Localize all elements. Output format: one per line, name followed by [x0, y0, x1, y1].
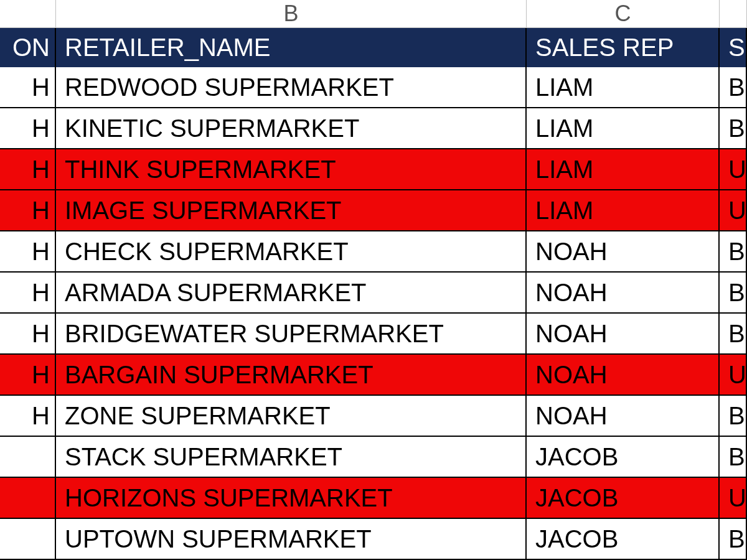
- cell-region[interactable]: H: [0, 67, 56, 108]
- table-row: HREDWOOD SUPERMARKETLIAMB: [0, 67, 747, 108]
- cell-status[interactable]: B: [720, 314, 747, 355]
- table-row: STACK SUPERMARKETJACOBB: [0, 437, 747, 478]
- column-letter-b[interactable]: B: [56, 0, 527, 28]
- cell-status[interactable]: U: [720, 190, 747, 231]
- table-header-row: ON RETAILER_NAME SALES REP S: [0, 28, 747, 67]
- cell-sales-rep[interactable]: LIAM: [527, 67, 720, 108]
- cell-status[interactable]: U: [720, 478, 747, 519]
- cell-status[interactable]: B: [720, 273, 747, 314]
- cell-region[interactable]: H: [0, 314, 56, 355]
- header-cell-sales-rep[interactable]: SALES REP: [527, 28, 720, 67]
- table-row: HIMAGE SUPERMARKETLIAMU: [0, 190, 747, 231]
- cell-retailer-name[interactable]: BARGAIN SUPERMARKET: [56, 355, 527, 396]
- cell-sales-rep[interactable]: LIAM: [527, 149, 720, 190]
- cell-status[interactable]: B: [720, 396, 747, 437]
- table-row: HBARGAIN SUPERMARKETNOAHU: [0, 355, 747, 396]
- cell-region[interactable]: H: [0, 231, 56, 273]
- cell-region[interactable]: [0, 519, 56, 560]
- cell-sales-rep[interactable]: NOAH: [527, 396, 720, 437]
- cell-sales-rep[interactable]: LIAM: [527, 108, 720, 149]
- cell-sales-rep[interactable]: NOAH: [527, 314, 720, 355]
- cell-sales-rep[interactable]: NOAH: [527, 273, 720, 314]
- spreadsheet-grid: B C ON RETAILER_NAME SALES REP S HREDWOO…: [0, 0, 747, 560]
- cell-retailer-name[interactable]: BRIDGEWATER SUPERMARKET: [56, 314, 527, 355]
- header-cell-d[interactable]: S: [720, 28, 747, 67]
- cell-retailer-name[interactable]: THINK SUPERMARKET: [56, 149, 527, 190]
- cell-region[interactable]: [0, 437, 56, 478]
- table-row: HTHINK SUPERMARKETLIAMU: [0, 149, 747, 190]
- column-letter-d[interactable]: [720, 0, 747, 28]
- cell-region[interactable]: [0, 478, 56, 519]
- column-letter-a[interactable]: [0, 0, 56, 28]
- cell-region[interactable]: H: [0, 149, 56, 190]
- cell-region[interactable]: H: [0, 190, 56, 231]
- header-cell-a[interactable]: ON: [0, 28, 56, 67]
- cell-region[interactable]: H: [0, 108, 56, 149]
- cell-region[interactable]: H: [0, 396, 56, 437]
- cell-retailer-name[interactable]: REDWOOD SUPERMARKET: [56, 67, 527, 108]
- cell-status[interactable]: U: [720, 355, 747, 396]
- table-body: HREDWOOD SUPERMARKETLIAMBHKINETIC SUPERM…: [0, 67, 747, 560]
- cell-retailer-name[interactable]: KINETIC SUPERMARKET: [56, 108, 527, 149]
- cell-sales-rep[interactable]: NOAH: [527, 231, 720, 273]
- cell-sales-rep[interactable]: NOAH: [527, 355, 720, 396]
- table-row: HORIZONS SUPERMARKETJACOBU: [0, 478, 747, 519]
- cell-status[interactable]: B: [720, 437, 747, 478]
- cell-retailer-name[interactable]: CHECK SUPERMARKET: [56, 231, 527, 273]
- table-row: HCHECK SUPERMARKETNOAHB: [0, 231, 747, 273]
- cell-sales-rep[interactable]: LIAM: [527, 190, 720, 231]
- table-row: HBRIDGEWATER SUPERMARKETNOAHB: [0, 314, 747, 355]
- cell-retailer-name[interactable]: IMAGE SUPERMARKET: [56, 190, 527, 231]
- cell-retailer-name[interactable]: HORIZONS SUPERMARKET: [56, 478, 527, 519]
- column-letter-row: B C: [0, 0, 747, 28]
- table-row: HKINETIC SUPERMARKETLIAMB: [0, 108, 747, 149]
- header-cell-retailer-name[interactable]: RETAILER_NAME: [56, 28, 527, 67]
- table-row: HARMADA SUPERMARKETNOAHB: [0, 273, 747, 314]
- cell-status[interactable]: B: [720, 108, 747, 149]
- table-row: HZONE SUPERMARKETNOAHB: [0, 396, 747, 437]
- cell-sales-rep[interactable]: JACOB: [527, 478, 720, 519]
- cell-status[interactable]: B: [720, 519, 747, 560]
- cell-region[interactable]: H: [0, 273, 56, 314]
- cell-retailer-name[interactable]: ZONE SUPERMARKET: [56, 396, 527, 437]
- cell-retailer-name[interactable]: UPTOWN SUPERMARKET: [56, 519, 527, 560]
- cell-status[interactable]: U: [720, 149, 747, 190]
- cell-status[interactable]: B: [720, 67, 747, 108]
- cell-status[interactable]: B: [720, 231, 747, 273]
- column-letter-c[interactable]: C: [527, 0, 720, 28]
- cell-sales-rep[interactable]: JACOB: [527, 519, 720, 560]
- cell-sales-rep[interactable]: JACOB: [527, 437, 720, 478]
- cell-region[interactable]: H: [0, 355, 56, 396]
- cell-retailer-name[interactable]: ARMADA SUPERMARKET: [56, 273, 527, 314]
- cell-retailer-name[interactable]: STACK SUPERMARKET: [56, 437, 527, 478]
- table-row: UPTOWN SUPERMARKETJACOBB: [0, 519, 747, 560]
